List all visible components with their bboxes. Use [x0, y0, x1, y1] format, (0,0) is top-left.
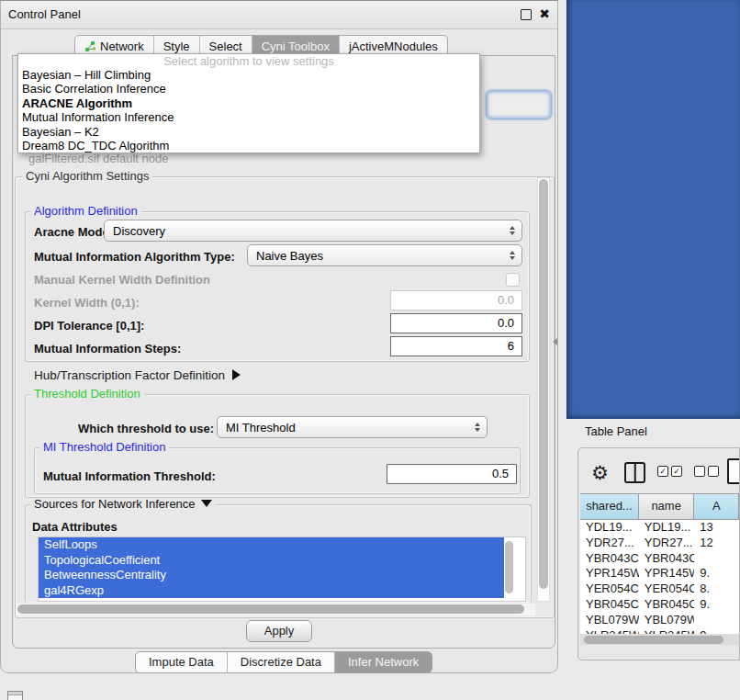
table-row[interactable]: YER054CYER054C8. [580, 581, 739, 597]
stepper-arrows-icon [475, 423, 480, 432]
data-attributes-list: SelfLoopsTopologicalCoefficientBetweenne… [38, 536, 526, 602]
document-icon[interactable] [727, 458, 740, 484]
settings-vertical-scrollbar[interactable] [537, 177, 550, 602]
data-attribute-item[interactable]: TopologicalCoefficient [39, 553, 504, 569]
control-panel-titlebar: Control Panel ✖ [1, 1, 557, 29]
table-cell: YDR27... [639, 536, 695, 551]
network-desktop: GALGAL80GAL10GAL1GAL11SWI4GAL4HAP4YGCY1H… [566, 0, 740, 419]
table-cell: YDL19... [639, 520, 695, 536]
table-row[interactable]: YBR045CYBR045C9. [580, 597, 739, 613]
table-body: YDL19...YDL19...13YDR27...YDR27...12YBR0… [580, 520, 739, 635]
tab-label: Cyni Toolbox [262, 40, 330, 53]
unchecked-boxes-icon[interactable] [694, 466, 722, 480]
mi-steps-label: Mutual Information Steps: [34, 342, 181, 356]
stepper-arrows-icon [510, 251, 515, 260]
tab-discretize-data[interactable]: Discretize Data [227, 652, 334, 672]
dpi-tolerance-input[interactable]: 0.0 [390, 313, 522, 333]
table-cell: YER054C [639, 581, 695, 597]
manual-kernel-width-label: Manual Kernel Width Definition [34, 273, 210, 287]
data-attributes-label: Data Attributes [32, 520, 118, 534]
app-root: Control Panel ✖ NetworkStyleSelectCyni T… [0, 0, 740, 700]
table-horizontal-scrollbar[interactable] [580, 634, 739, 645]
aracne-mode-value: Discovery [113, 224, 165, 238]
horizontal-scrollbar-thumb[interactable] [17, 604, 524, 614]
mi-threshold-label: Mutual Information Threshold: [43, 469, 216, 483]
hub-factor-label: Hub/Transcription Factor Definition [34, 368, 225, 382]
table-panel: ⚙ ✓✓ shared...nameA YDL19...YDL19...13YD… [577, 447, 740, 660]
algorithm-option[interactable]: Mutual Information Inference [18, 110, 479, 124]
hub-factor-expander[interactable]: Hub/Transcription Factor Definition [34, 368, 241, 382]
which-threshold-label: Which threshold to use: [78, 422, 214, 435]
control-panel-title: Control Panel [8, 7, 81, 21]
table-cell: YDL19... [580, 520, 639, 536]
table-cell: 12 [694, 536, 739, 551]
table-toolbar: ⚙ ✓✓ [578, 457, 739, 491]
collapsed-arrow-icon [232, 369, 241, 380]
panel-splitter-collapse-arrow[interactable] [553, 338, 557, 345]
sources-title: Sources for Network Inference [34, 497, 196, 511]
control-panel-window: Control Panel ✖ NetworkStyleSelectCyni T… [0, 0, 558, 673]
table-cell: 13 [694, 520, 739, 536]
table-row[interactable]: YBL079WYBL079W [580, 613, 739, 628]
minimized-panel-icon[interactable] [7, 691, 23, 700]
table-row[interactable]: YPR145WYPR145W9. [580, 566, 739, 581]
tab-label: jActiveMNodules [349, 40, 438, 53]
column-header-A[interactable]: A [694, 494, 739, 519]
algorithm-definition-title: Algorithm Definition [30, 205, 141, 217]
inference-combo-fragment[interactable] [486, 90, 552, 119]
mi-threshold-input[interactable]: 0.5 [387, 464, 517, 484]
table-cell: YBR045C [580, 597, 639, 613]
column-view-icon[interactable] [624, 462, 645, 483]
table-cell: 9. [694, 597, 739, 613]
table-cell: YBL079W [580, 613, 639, 628]
float-window-icon[interactable] [521, 9, 532, 20]
data-attribute-item[interactable]: SelfLoops [39, 537, 504, 553]
aracne-mode-combo[interactable]: Discovery [104, 220, 522, 242]
checked-boxes-icon[interactable]: ✓✓ [657, 466, 685, 480]
settings-horizontal-scrollbar[interactable] [16, 604, 535, 615]
vertical-scrollbar-thumb[interactable] [539, 179, 548, 589]
expanded-arrow-icon [201, 500, 212, 507]
table-panel-title: Table Panel [585, 424, 647, 438]
tab-label: Select [209, 40, 242, 53]
list-scrollbar-thumb[interactable] [505, 541, 513, 593]
column-header-name[interactable]: name [639, 494, 695, 519]
stepper-arrows-icon [510, 226, 515, 235]
mi-steps-input[interactable]: 6 [390, 336, 522, 356]
dpi-tolerance-label: DPI Tolerance [0,1]: [34, 319, 144, 333]
node-table: shared...nameA YDL19...YDL19...13YDR27..… [580, 493, 739, 635]
which-threshold-combo[interactable]: MI Threshold [217, 416, 488, 438]
algorithm-option[interactable]: Basic Correlation Inference [18, 82, 479, 96]
apply-button[interactable]: Apply [246, 620, 312, 642]
table-cell: YPR145W [580, 566, 639, 581]
algorithm-option[interactable]: ARACNE Algorithm [18, 96, 479, 110]
aracne-mode-label: Aracne Mode: [34, 225, 113, 239]
tab-infer-network[interactable]: Infer Network [334, 652, 432, 672]
table-cell [694, 613, 739, 628]
table-cell: 9. [694, 566, 739, 581]
mi-algorithm-type-combo[interactable]: Naive Bayes [247, 244, 522, 266]
sources-expander[interactable]: Sources for Network Inference [30, 498, 216, 510]
gear-icon[interactable]: ⚙ [591, 459, 609, 487]
mi-algorithm-type-label: Mutual Information Algorithm Type: [34, 250, 235, 264]
manual-kernel-width-checkbox[interactable] [506, 273, 520, 287]
column-header-shared...[interactable]: shared... [580, 494, 639, 519]
table-row[interactable]: YDR27...YDR27...12 [580, 536, 739, 551]
table-scrollbar-thumb[interactable] [584, 636, 723, 644]
table-row[interactable]: YDL19...YDL19...13 [580, 520, 739, 536]
table-cell: YBR043C [580, 551, 639, 567]
data-attribute-item[interactable]: BetweennessCentrality [39, 568, 504, 583]
table-row[interactable]: YBR043CYBR043C [580, 551, 739, 567]
algorithm-option[interactable]: Dream8 DC_TDC Algorithm [18, 139, 479, 152]
kernel-width-input[interactable]: 0.0 [390, 290, 522, 310]
table-cell [694, 551, 739, 567]
network-icon [84, 40, 96, 52]
tab-impute-data[interactable]: Impute Data [136, 652, 227, 672]
close-icon[interactable]: ✖ [539, 6, 550, 21]
mi-algorithm-type-value: Naive Bayes [256, 249, 323, 263]
algorithm-option[interactable]: Bayesian – Hill Climbing [18, 68, 479, 82]
table-cell: YBR045C [639, 597, 695, 613]
algorithm-option[interactable]: Bayesian – K2 [18, 125, 479, 139]
data-attribute-item[interactable]: gal4RGexp [39, 583, 504, 599]
table-cell: YBR043C [639, 551, 695, 567]
